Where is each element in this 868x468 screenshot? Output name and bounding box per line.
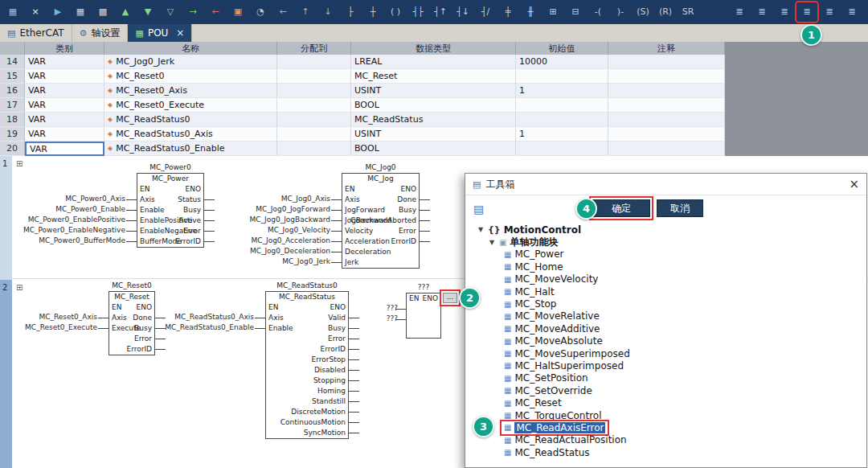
cell-datatype[interactable]: LREAL [351, 55, 516, 69]
insert-network-icon[interactable]: ├ [341, 3, 360, 21]
fb-new-block[interactable]: ??? EN ENO [406, 293, 441, 339]
chevron-down-icon[interactable]: ▼ [478, 226, 488, 233]
cell-initvalue[interactable] [516, 113, 608, 127]
rung-2-collapse-icon[interactable]: ⊞ [16, 283, 23, 292]
cell-assigned[interactable] [277, 127, 351, 142]
tree-item-wrap[interactable]: ▦ MC_Halt [502, 286, 556, 298]
tree-item-wrap[interactable]: ▦ MC_MoveAbsolute [502, 335, 604, 347]
row-number[interactable]: 18 [0, 113, 25, 127]
row-number[interactable]: 14 [0, 55, 25, 69]
table-row[interactable]: 18 VAR ◈MC_ReadStatus0 MC_ReadStatus [0, 113, 725, 127]
cell-initvalue[interactable] [516, 69, 608, 84]
view-columns-icon[interactable]: ≣ [752, 3, 772, 21]
cell-category[interactable]: VAR [25, 142, 104, 156]
cell-assigned[interactable] [277, 84, 351, 98]
wire-label[interactable]: MC_ReadStatus0_Axis [161, 312, 254, 322]
wire-label[interactable]: MC_ReadStatus0_Enable [161, 322, 254, 333]
wire-label[interactable]: MC_Power0_BufferMode [8, 236, 125, 246]
cell-comment[interactable] [608, 98, 725, 113]
tab-pou[interactable]: ▦ POU × [128, 24, 192, 42]
view-list-icon[interactable]: ≣ [730, 3, 749, 21]
wire-label[interactable]: MC_Jog0_Acceleration [211, 236, 330, 246]
rung-gutter-selected[interactable] [0, 280, 12, 468]
tree-item-wrap[interactable]: ▦ MC_TorqueControl [502, 410, 604, 421]
wire-label[interactable]: MC_Jog0_Deceleration [211, 246, 330, 257]
col-header-comment[interactable]: 注释 [608, 42, 725, 55]
col-header-name[interactable]: 名称 [104, 42, 277, 55]
tree-item-wrap[interactable]: ▦ MC_ReadAxisError [502, 422, 607, 433]
wire-label[interactable]: MC_Power0_Axis [8, 194, 125, 204]
contact-negated-icon[interactable]: ┤/ [476, 3, 495, 21]
insert-network-below-icon[interactable]: ┼ [363, 3, 383, 21]
set-coil-icon[interactable]: (S) [633, 3, 653, 21]
reset-coil-icon[interactable]: (R) [656, 3, 675, 21]
cell-initvalue[interactable]: 10000 [516, 55, 608, 69]
wire-label[interactable]: ??? [358, 314, 398, 324]
toolbox-tree-item[interactable]: ▦ MC_ReadAxisError [472, 421, 865, 433]
cancel-button[interactable]: 取消 [657, 199, 703, 217]
row-number[interactable]: 17 [0, 98, 25, 113]
cell-datatype[interactable]: USINT [351, 84, 516, 98]
cell-category[interactable]: VAR [25, 113, 104, 127]
cell-comment[interactable] [608, 55, 725, 69]
compare-icon[interactable]: ▣ [228, 3, 248, 21]
cell-name[interactable]: ◈MC_ReadStatus0_Enable [104, 142, 277, 156]
contact-falling-icon[interactable]: ┤↓ [453, 3, 473, 21]
col-header-category[interactable]: 类别 [25, 42, 104, 55]
tree-item-wrap[interactable]: ▦ MC_MoveRelative [502, 310, 601, 322]
wire-label[interactable]: MC_Reset0_Execute [8, 322, 97, 333]
cell-name[interactable]: ◈MC_Jog0_Jerk [104, 55, 277, 69]
view-cross-ref-icon[interactable]: ≣ [820, 3, 839, 21]
toolbox-tree-item[interactable]: ▦ MC_Power [472, 248, 865, 261]
wire-label[interactable]: MC_Jog0_JogForward [211, 204, 330, 215]
toolbox-tree-item[interactable]: ▦ MC_HaltSuperimposed [472, 359, 865, 372]
row-number[interactable]: 15 [0, 69, 25, 84]
tree-item-wrap[interactable]: ▦ MC_Home [502, 261, 565, 273]
table-row[interactable]: 16 VAR ◈MC_Reset0_Axis USINT 1 [0, 84, 725, 98]
tree-item-wrap[interactable]: ▦ MC_Power [502, 248, 565, 260]
grid-close-icon[interactable]: ▩ [93, 3, 113, 21]
wire-label[interactable]: MC_Jog0_Velocity [211, 225, 330, 236]
tab-axis-settings[interactable]: ⚙ 轴设置 [72, 24, 129, 42]
tab-close-icon[interactable]: × [176, 27, 184, 39]
toolbox-tree-item[interactable]: ▦ MC_MoveVelocity [472, 273, 865, 285]
cell-name[interactable]: ◈MC_Reset0_Axis [104, 84, 277, 98]
close-icon[interactable]: × [849, 177, 859, 191]
cell-category[interactable]: VAR [25, 84, 104, 98]
toolbox-tree-item[interactable]: ▦ MC_Home [472, 261, 865, 273]
cell-assigned[interactable] [277, 55, 351, 69]
toolbox-tree-item[interactable]: ▦ MC_TorqueControl [472, 409, 865, 421]
cell-name[interactable]: ◈MC_Reset0_Execute [104, 98, 277, 113]
table-row[interactable]: 19 VAR ◈MC_ReadStatus0_Axis USINT 1 [0, 127, 725, 142]
tree-item-wrap[interactable]: ▦ MC_SetPosition [502, 372, 590, 384]
measure-icon[interactable]: ◔ [251, 3, 270, 21]
add-variable-icon[interactable]: ≣ [797, 3, 817, 21]
toolbox-tree-item[interactable]: ▦ MC_Stop [472, 298, 865, 310]
fb-mc-power0[interactable]: MC_Power0 MC_Power EN ENO Axis Status [137, 173, 204, 248]
wire-label[interactable]: MC_Power0_EnablePositive [8, 215, 125, 225]
cell-initvalue[interactable] [516, 142, 608, 156]
insert-fb-icon[interactable]: ⊞ [543, 3, 563, 21]
cell-comment[interactable] [608, 127, 725, 142]
cell-category[interactable]: VAR [25, 127, 104, 142]
sr-block-icon[interactable]: SR [678, 3, 698, 21]
tree-item-wrap[interactable]: ▦ MC_HaltSuperimposed [502, 360, 625, 372]
close-editor-icon[interactable]: × [26, 3, 45, 21]
tree-item-wrap[interactable]: ▦ MC_Stop [502, 298, 558, 310]
cell-comment[interactable] [608, 84, 725, 98]
cell-initvalue[interactable]: 1 [516, 84, 608, 98]
ok-button[interactable]: 确定 [592, 199, 650, 217]
open-branch-icon[interactable]: -( [588, 3, 608, 21]
col-header-initvalue[interactable]: 初始值 [516, 42, 608, 55]
toolbox-tree-item[interactable]: ▦ MC_Halt [472, 285, 865, 298]
logout-icon[interactable]: ← [206, 3, 225, 21]
toolbox-tree-item[interactable]: ▦ MC_MoveAbsolute [472, 335, 865, 347]
cell-assigned[interactable] [277, 98, 351, 113]
cell-category[interactable]: VAR [25, 55, 104, 69]
cell-datatype[interactable]: MC_ReadStatus [351, 113, 516, 127]
cell-comment[interactable] [608, 113, 725, 127]
contact-rising-icon[interactable]: ┤↑ [431, 3, 450, 21]
tree-item-wrap[interactable]: ▦ MC_MoveVelocity [502, 273, 600, 285]
cell-name[interactable]: ◈MC_ReadStatus0 [104, 113, 277, 127]
nav-down-icon[interactable]: ↓ [318, 3, 338, 21]
